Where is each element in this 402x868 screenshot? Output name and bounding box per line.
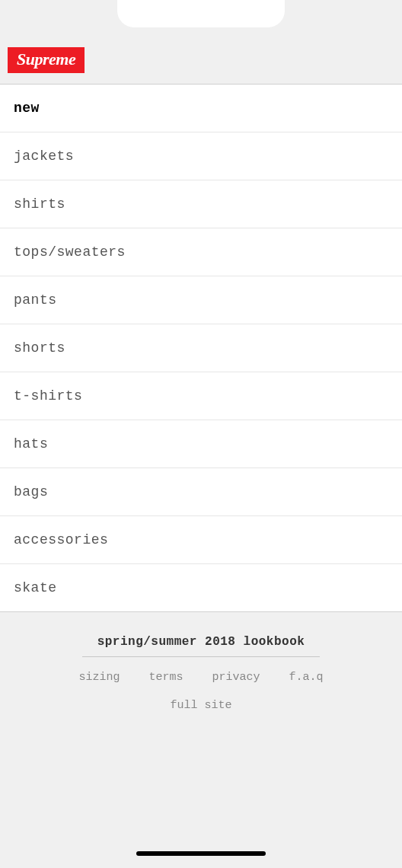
footer-lookbook-link[interactable]: spring/summer 2018 lookbook — [82, 635, 321, 657]
category-item-skate[interactable]: skate — [0, 564, 402, 612]
category-item-t-shirts[interactable]: t-shirts — [0, 372, 402, 420]
category-list: new jackets shirts tops/sweaters pants s… — [0, 85, 402, 612]
footer: spring/summer 2018 lookbook sizing terms… — [0, 612, 402, 727]
category-item-hats[interactable]: hats — [0, 420, 402, 468]
footer-link-sizing[interactable]: sizing — [78, 671, 120, 684]
phone-frame: Supreme new jackets shirts tops/sweaters… — [0, 0, 402, 868]
phone-notch — [117, 0, 285, 27]
brand-logo[interactable]: Supreme — [8, 47, 85, 73]
category-item-jackets[interactable]: jackets — [0, 132, 402, 180]
category-item-shorts[interactable]: shorts — [0, 324, 402, 372]
footer-link-faq[interactable]: f.a.q — [289, 671, 324, 684]
home-indicator[interactable] — [136, 851, 266, 856]
footer-link-full-site[interactable]: full site — [15, 699, 387, 712]
footer-link-terms[interactable]: terms — [148, 671, 183, 684]
category-item-accessories[interactable]: accessories — [0, 516, 402, 564]
category-item-tops-sweaters[interactable]: tops/sweaters — [0, 228, 402, 276]
category-item-bags[interactable]: bags — [0, 468, 402, 516]
category-item-pants[interactable]: pants — [0, 276, 402, 324]
footer-links: sizing terms privacy f.a.q — [15, 671, 387, 684]
footer-link-privacy[interactable]: privacy — [212, 671, 260, 684]
category-item-shirts[interactable]: shirts — [0, 180, 402, 228]
category-item-new[interactable]: new — [0, 85, 402, 132]
